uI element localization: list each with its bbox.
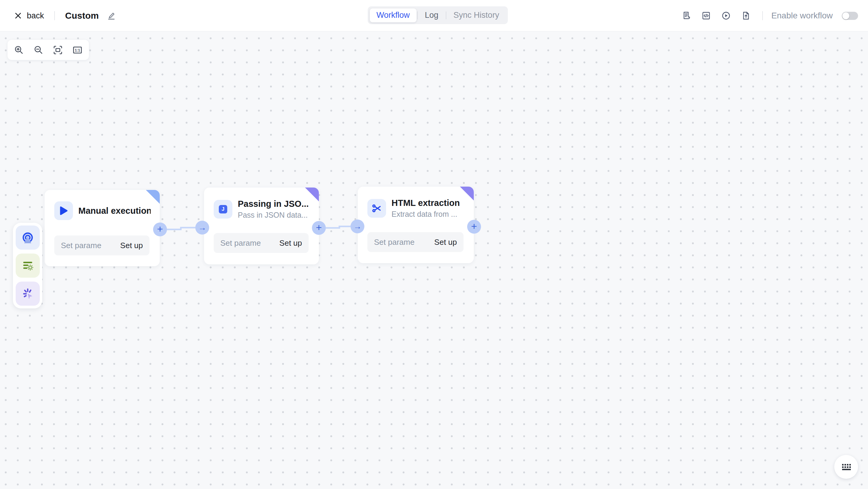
node-html-extraction[interactable]: HTML extraction Extract data from ... Se…	[358, 187, 474, 263]
set-parameters-label: Set parame	[220, 239, 261, 248]
add-node-button[interactable]: +	[312, 221, 326, 235]
enable-workflow-toggle[interactable]	[842, 12, 858, 20]
zoom-out-icon[interactable]	[32, 43, 45, 57]
palette-item-manual-action[interactable]	[16, 282, 40, 306]
node-manual-execution[interactable]: Manual execution Set parame Set up +	[44, 190, 160, 266]
node-title: Passing in JSO...	[238, 199, 309, 209]
run-log-icon[interactable]	[680, 10, 692, 22]
actual-size-icon[interactable]: 1:1	[71, 43, 84, 57]
node-title: HTML extraction	[392, 198, 460, 208]
canvas-zoom-toolbar: 1:1	[7, 40, 89, 60]
export-icon[interactable]	[740, 10, 752, 22]
svg-text:1:1: 1:1	[75, 48, 80, 53]
workflow-editor: back Custom Workflow Log Sync History	[0, 0, 868, 489]
play-icon	[54, 202, 73, 220]
node-header: Manual execution	[54, 202, 151, 220]
tab-divider	[417, 11, 418, 19]
keyboard-icon	[840, 462, 852, 471]
node-header: J Passing in JSO... Pass in JSON data...	[214, 199, 310, 219]
node-subtitle: Pass in JSON data...	[238, 211, 309, 219]
set-up-button[interactable]: Set up	[434, 238, 457, 247]
set-parameters-label: Set parame	[374, 238, 414, 247]
node-footer: Set parame Set up	[54, 236, 150, 255]
json-letter: J	[219, 205, 227, 213]
node-footer: Set parame Set up	[367, 232, 464, 252]
tab-log[interactable]: Log	[418, 8, 445, 22]
palette-item-parameter-settings[interactable]	[16, 253, 40, 278]
tab-sync-history[interactable]: Sync History	[447, 8, 506, 22]
test-run-icon[interactable]	[720, 10, 732, 22]
keyboard-shortcuts-button[interactable]	[834, 455, 858, 479]
manual-action-icon	[21, 287, 35, 301]
back-button[interactable]: back	[27, 11, 44, 21]
divider	[762, 11, 763, 20]
node-title: Manual execution	[79, 206, 151, 216]
json-icon: J	[214, 200, 232, 219]
workflow-canvas[interactable]: 1:1	[0, 31, 868, 489]
input-port-arrow[interactable]: →	[195, 221, 209, 235]
add-node-button[interactable]: +	[467, 220, 481, 234]
edit-title-icon[interactable]	[106, 10, 116, 21]
add-node-button[interactable]: +	[153, 222, 167, 236]
node-header: HTML extraction Extract data from ...	[367, 198, 465, 219]
tab-divider	[446, 11, 446, 19]
top-bar-actions: Enable workflow	[673, 0, 858, 31]
tab-workflow[interactable]: Workflow	[370, 8, 416, 22]
enable-workflow-label: Enable workflow	[771, 11, 833, 21]
top-bar-left: back Custom	[13, 0, 116, 31]
node-palette	[13, 223, 42, 308]
code-view-icon[interactable]	[700, 10, 712, 22]
set-parameters-label: Set parame	[61, 241, 101, 250]
toggle-knob	[842, 12, 849, 19]
connector-node1-node2	[167, 227, 195, 230]
node-subtitle: Extract data from ...	[392, 210, 460, 219]
node-footer: Set parame Set up	[214, 233, 309, 253]
connector-node2-node3	[326, 226, 350, 228]
page-title: Custom	[65, 10, 99, 21]
top-bar: back Custom Workflow Log Sync History	[0, 0, 868, 31]
set-up-button[interactable]: Set up	[120, 241, 143, 250]
view-tabs: Workflow Log Sync History	[368, 6, 508, 24]
close-icon[interactable]	[13, 10, 23, 21]
input-port-arrow[interactable]: →	[350, 219, 364, 233]
zoom-in-icon[interactable]	[12, 43, 26, 57]
scissors-icon	[367, 199, 386, 218]
trigger-icon	[21, 231, 35, 245]
divider	[54, 11, 55, 20]
fit-view-icon[interactable]	[51, 43, 64, 57]
parameter-settings-icon	[21, 259, 35, 273]
palette-item-trigger[interactable]	[16, 225, 40, 250]
set-up-button[interactable]: Set up	[279, 239, 302, 248]
node-passing-in-json[interactable]: J Passing in JSO... Pass in JSON data...…	[204, 187, 319, 265]
